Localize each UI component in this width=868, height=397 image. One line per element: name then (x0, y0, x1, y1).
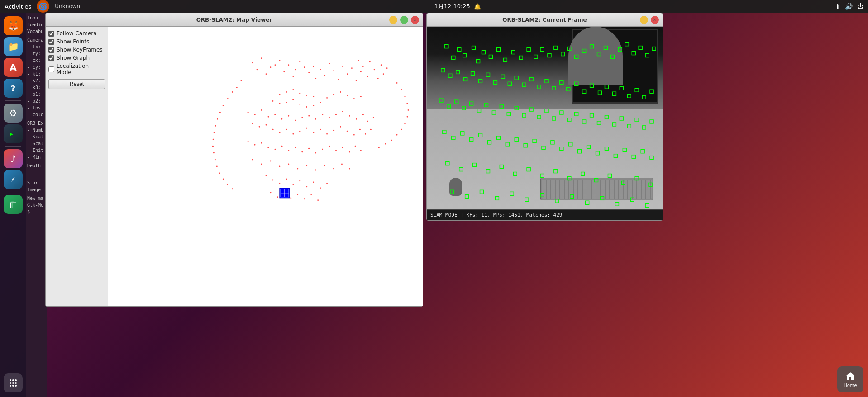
svg-rect-294 (623, 148, 626, 152)
svg-rect-255 (515, 106, 518, 110)
svg-point-11 (270, 66, 271, 68)
activities-button[interactable]: Activities (5, 3, 31, 10)
terminal-line: - Min (27, 154, 46, 161)
localization-mode-checkbox[interactable] (48, 66, 54, 72)
show-keyframes-checkbox-row[interactable]: Show KeyFrames (48, 47, 105, 53)
svg-point-35 (360, 71, 362, 72)
dock-firefox[interactable]: 🦊 (4, 16, 23, 35)
terminal-panel: Input Loadin Vocabu Camera - fx: - fy: -… (26, 13, 47, 397)
dock-help[interactable]: ? (4, 79, 23, 98)
svg-point-62 (396, 82, 398, 84)
show-points-checkbox[interactable] (48, 39, 54, 45)
maximize-button[interactable]: □ (400, 16, 408, 24)
volume-icon[interactable]: 🔊 (845, 3, 853, 10)
terminal-line: - p2: (27, 98, 46, 104)
svg-point-146 (335, 150, 337, 151)
svg-point-22 (308, 72, 310, 73)
map-viewer-titlebar[interactable]: ORB-SLAM2: Map Viewer – □ ✕ (46, 13, 423, 27)
svg-point-109 (349, 115, 350, 117)
dock-music[interactable]: ♪ (4, 149, 23, 168)
svg-rect-242 (635, 88, 639, 92)
svg-rect-321 (555, 199, 559, 203)
map-canvas[interactable] (108, 27, 423, 306)
dock-bluetooth[interactable]: ⚡ (4, 170, 23, 189)
svg-point-155 (288, 164, 289, 165)
svg-rect-211 (625, 43, 629, 46)
close-button[interactable]: ✕ (411, 16, 419, 24)
svg-point-64 (405, 96, 406, 97)
terminal-line: - colo (27, 111, 46, 118)
svg-point-84 (299, 104, 300, 105)
localization-mode-checkbox-row[interactable]: Localization Mode (48, 63, 105, 76)
current-frame-titlebar[interactable]: ORB-SLAM2: Current Frame – ✕ (427, 13, 663, 27)
svg-point-5 (15, 382, 17, 384)
follow-camera-checkbox-row[interactable]: Follow Camera (48, 30, 105, 37)
show-graph-checkbox-row[interactable]: Show Graph (48, 55, 105, 61)
svg-point-148 (349, 151, 350, 153)
dock-files[interactable]: 📁 (4, 37, 23, 56)
show-keyframes-checkbox[interactable] (48, 47, 54, 53)
localization-mode-label: Localization Mode (57, 63, 105, 76)
dock-app-grid[interactable] (4, 373, 23, 392)
dock-terminal[interactable]: ▶_ (4, 124, 23, 143)
dock-trash[interactable]: 🗑 (4, 195, 23, 214)
svg-point-174 (277, 196, 278, 198)
svg-point-171 (320, 187, 321, 189)
svg-point-114 (252, 123, 253, 124)
svg-rect-325 (615, 202, 619, 206)
cf-minimize-button[interactable]: – (640, 16, 648, 24)
svg-point-54 (212, 146, 214, 147)
svg-rect-208 (604, 46, 607, 50)
svg-point-58 (219, 172, 220, 174)
svg-point-2 (15, 379, 17, 381)
svg-rect-276 (461, 132, 464, 135)
svg-rect-189 (472, 46, 476, 50)
svg-rect-323 (586, 201, 589, 204)
svg-rect-324 (601, 196, 604, 200)
svg-point-135 (261, 142, 262, 144)
show-graph-checkbox[interactable] (48, 55, 54, 61)
svg-rect-306 (554, 170, 558, 173)
show-points-checkbox-row[interactable]: Show Points (48, 38, 105, 45)
terminal-line: - fy: (27, 50, 46, 57)
svg-rect-273 (650, 120, 653, 123)
svg-rect-251 (485, 103, 488, 107)
dock-settings[interactable]: ⚙ (4, 104, 23, 123)
svg-point-0 (10, 379, 11, 381)
svg-rect-241 (627, 94, 631, 98)
network-icon[interactable]: ⬆ (835, 3, 840, 10)
svg-rect-318 (510, 192, 514, 195)
svg-point-4 (12, 382, 14, 384)
svg-point-66 (407, 109, 409, 111)
svg-point-163 (266, 175, 267, 176)
svg-rect-287 (560, 147, 563, 151)
svg-rect-212 (632, 52, 635, 55)
dock-software[interactable]: A (4, 58, 23, 77)
show-graph-label: Show Graph (57, 55, 90, 61)
reset-button[interactable]: Reset (48, 79, 105, 89)
cf-close-button[interactable]: ✕ (651, 16, 659, 24)
home-button[interactable]: Home (837, 366, 863, 392)
svg-rect-286 (551, 141, 554, 144)
svg-rect-225 (508, 82, 511, 85)
svg-rect-313 (649, 183, 652, 186)
controls-panel: Follow Camera Show Points Show KeyFrames… (46, 27, 108, 306)
svg-rect-263 (575, 112, 578, 116)
svg-point-30 (342, 66, 343, 67)
power-icon[interactable]: ⏻ (857, 3, 863, 10)
svg-rect-240 (620, 86, 623, 90)
svg-point-128 (347, 131, 348, 132)
svg-point-103 (308, 115, 310, 117)
svg-point-160 (333, 168, 334, 169)
map-viewer-title: ORB-SLAM2: Map Viewer (196, 17, 272, 23)
svg-rect-311 (621, 181, 625, 184)
bell-icon[interactable]: 🔔 (474, 3, 481, 10)
svg-point-154 (279, 166, 280, 167)
follow-camera-checkbox[interactable] (48, 31, 54, 37)
svg-point-56 (215, 159, 216, 161)
terminal-line: - k1: (27, 71, 46, 77)
minimize-button[interactable]: – (389, 16, 397, 24)
terminal-line: ----- (27, 171, 46, 178)
svg-rect-230 (545, 79, 548, 83)
current-frame-title: ORB-SLAM2: Current Frame (502, 17, 587, 23)
